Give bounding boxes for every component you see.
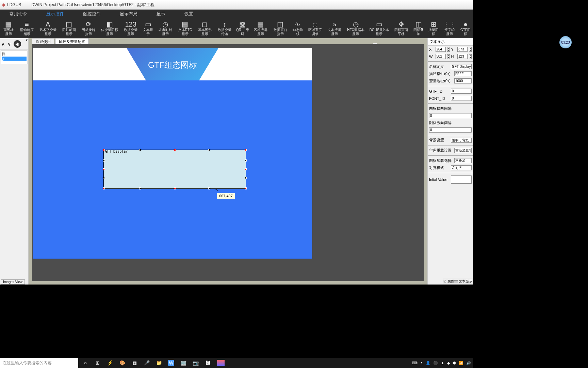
resize-handle[interactable]	[208, 187, 210, 189]
tool-basic-shape[interactable]: ◻基本图形显示	[195, 20, 215, 36]
gtf-id-input[interactable]	[451, 89, 472, 94]
app-icon-4[interactable]: 🏢	[180, 360, 186, 366]
resize-handle[interactable]	[103, 177, 105, 179]
tray-input-icon[interactable]: ⚫	[433, 361, 438, 365]
icon-load-select[interactable]	[454, 158, 472, 163]
icon-hgap-input[interactable]	[429, 113, 472, 118]
bottom-tab-attr[interactable]: ☑ 属性	[443, 279, 454, 284]
tray-app-icon-3[interactable]: ⬢	[453, 361, 456, 365]
x-spinner[interactable]: ▲▼	[447, 47, 450, 52]
cortana-icon[interactable]: ○	[82, 360, 88, 366]
resize-handle-tm[interactable]	[174, 149, 176, 151]
h-spinner[interactable]: ▲▼	[469, 54, 472, 59]
resize-handle[interactable]	[245, 159, 247, 162]
tool-pic-anim[interactable]: ◫图片动画显示	[59, 20, 79, 36]
tray-people-icon[interactable]: 👤	[426, 361, 430, 365]
tool-text-scroll[interactable]: »文本滚屏显示	[325, 20, 344, 36]
tool-qr-code[interactable]: ▩QR 二维码	[234, 20, 251, 36]
init-val-input[interactable]	[451, 175, 472, 184]
tool-data-var[interactable]: 123数据变量显示	[121, 20, 141, 36]
app-icon-3[interactable]: 🎤	[144, 360, 150, 366]
tool-icon-translate[interactable]: ✥图标页面平移	[391, 20, 411, 36]
taskbar-search[interactable]: 在这里输入你要搜索的内容	[0, 358, 78, 368]
font-reload-select[interactable]	[454, 148, 472, 153]
resize-handle[interactable]	[139, 187, 141, 189]
align-select[interactable]	[451, 165, 472, 170]
tool-hex-display[interactable]: ◷HEX数据本显示	[344, 20, 367, 36]
tool-dgus2-text[interactable]: ▭DGUS II文本显示	[367, 20, 392, 36]
tool-icon-display[interactable]: ▦画图标显示	[0, 20, 17, 36]
tool-icon-overlay[interactable]: ◫图标叠加	[411, 20, 426, 36]
resize-handle-ml[interactable]	[103, 168, 105, 170]
tray-volume-icon[interactable]: 🔊	[466, 361, 471, 365]
menu-display-widgets[interactable]: 显示控件	[37, 11, 74, 17]
camera-icon[interactable]: 📷	[193, 360, 199, 366]
collapse-down-icon[interactable]: ∨	[7, 41, 11, 47]
tool-gtf-icon[interactable]: ●GTF图标	[458, 20, 473, 36]
tray-app-icon-2[interactable]: ◆	[447, 361, 450, 365]
canvas-viewport[interactable]: GTF组态图标 GFT Display	[32, 44, 424, 281]
font-id-input[interactable]	[451, 96, 472, 101]
task-view-icon[interactable]: ⊞	[95, 360, 101, 366]
pin-icon[interactable]: ▾	[26, 38, 28, 42]
resize-handle-bl[interactable]	[103, 187, 105, 189]
visibility-icon[interactable]: ◉	[14, 40, 21, 48]
tool-art-font[interactable]: A艺术字变量显示	[37, 20, 59, 36]
menu-common[interactable]: 常用命令	[0, 11, 37, 17]
resize-handle[interactable]	[139, 149, 141, 151]
name-def-input[interactable]	[451, 64, 472, 69]
tool-brightness[interactable]: ☼区域亮度调节	[305, 20, 325, 36]
file-explorer-icon[interactable]: 📁	[156, 360, 162, 366]
collapse-up-icon[interactable]: ∧	[1, 41, 5, 47]
images-view-tab[interactable]: Images View	[1, 279, 25, 285]
selected-widget[interactable]: GFT Display	[103, 150, 246, 189]
tool-bit-var[interactable]: ◧位变量图标显示	[98, 20, 121, 36]
tool-area-scroll[interactable]: ▦区域滚屏显示	[251, 20, 271, 36]
h-input[interactable]	[457, 54, 468, 59]
app-icon-1[interactable]: ⚡	[107, 360, 113, 366]
desc-ptr-input[interactable]	[454, 71, 472, 76]
menu-view[interactable]: 显示	[147, 11, 175, 17]
app-icon-2[interactable]: 🎨	[119, 360, 125, 366]
resize-handle-mr[interactable]	[245, 168, 247, 170]
y-input[interactable]	[457, 47, 468, 52]
tool-dial-clock[interactable]: ◷表盘时钟显示	[156, 20, 175, 36]
var-addr-input[interactable]	[454, 78, 472, 83]
resize-handle[interactable]	[208, 149, 210, 151]
calculator-icon[interactable]: ▦	[131, 360, 137, 366]
tool-text-rtc[interactable]: ▤文本RTC显示	[175, 20, 195, 36]
resize-handle-bm[interactable]	[174, 187, 176, 189]
tool-text-display[interactable]: ▭文本显示	[141, 20, 156, 36]
tray-wifi-icon[interactable]: 📶	[459, 361, 463, 365]
resize-handle-br[interactable]	[245, 187, 247, 189]
menu-settings[interactable]: 设置	[175, 11, 203, 17]
icon-vgap-input[interactable]	[429, 127, 472, 133]
tree-item-1[interactable]: 件	[2, 51, 27, 57]
menu-touch-widgets[interactable]: 触控控件	[74, 11, 110, 17]
w-input[interactable]	[436, 54, 446, 59]
image-tree[interactable]: 件 g	[1, 50, 28, 64]
menu-layout[interactable]: 显示布局	[110, 11, 147, 17]
wps-icon[interactable]: W	[168, 360, 174, 366]
tray-chevron-up-icon[interactable]: ∧	[420, 361, 423, 365]
photos-icon[interactable]: 🖼	[205, 360, 211, 366]
tray-keyboard-icon[interactable]: ⌨	[412, 361, 418, 365]
resize-handle-tr[interactable]	[245, 149, 247, 151]
dgus-app-icon[interactable]	[217, 360, 225, 366]
resize-handle-tl[interactable]	[103, 149, 105, 151]
bottom-tab-text-display[interactable]: ▤ 文本显示	[454, 279, 472, 284]
tool-scroll-wheel[interactable]: ⋮⋮滚字轮显示	[441, 20, 458, 36]
tool-batch-icon[interactable]: ⊞批量图标	[426, 20, 441, 36]
w-spinner[interactable]: ▲▼	[447, 54, 450, 59]
tool-curve[interactable]: ∿动态曲线	[290, 20, 305, 36]
design-canvas[interactable]: GTF组态图标 GFT Display	[33, 48, 312, 259]
resize-handle[interactable]	[103, 159, 105, 162]
resize-handle[interactable]	[245, 177, 247, 179]
tray-app-icon[interactable]: ▲	[441, 361, 444, 365]
tool-icon-rotate[interactable]: ⟳图标旋转指示	[79, 20, 98, 36]
tool-slide-scale[interactable]: ≡滑动刻度指示	[17, 20, 37, 36]
tool-data-transfer[interactable]: ↕数据变量传递	[215, 20, 234, 36]
tree-item-2[interactable]: g	[2, 57, 27, 61]
x-input[interactable]	[436, 47, 446, 52]
bg-select[interactable]	[451, 138, 472, 143]
